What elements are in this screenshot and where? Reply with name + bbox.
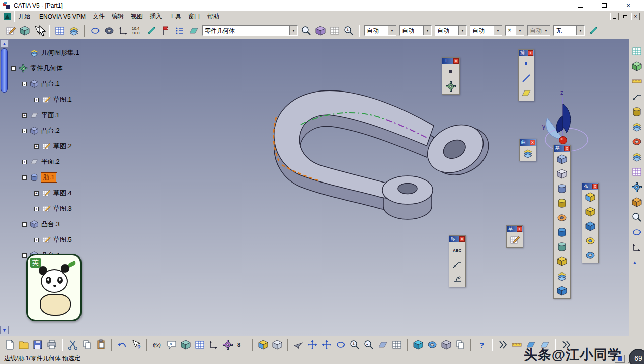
copy-icon[interactable] — [80, 338, 94, 351]
tree-item-零件几何体[interactable]: -零件几何体 — [11, 63, 63, 74]
loft-icon[interactable] — [556, 270, 568, 282]
pencil-tool-icon[interactable] — [587, 24, 600, 37]
tree-scrollbar[interactable]: ▲ ▼ — [0, 39, 9, 336]
formula-icon[interactable]: f(x) — [151, 338, 164, 351]
remove-icon[interactable] — [584, 220, 596, 232]
linked-cubes-icon[interactable] — [314, 24, 327, 37]
toolbar-boolean-titlebar[interactable]: 布x — [582, 183, 598, 190]
normal-view-icon[interactable] — [376, 338, 389, 351]
close-icon[interactable]: x — [528, 50, 533, 56]
measure-item-icon[interactable] — [631, 90, 643, 103]
catalog-icon[interactable] — [179, 338, 192, 351]
expand-icon[interactable]: + — [34, 191, 39, 196]
tree-item-平面.2[interactable]: +平面.2 — [22, 156, 60, 167]
toolbar-snap-titlebar[interactable]: 捕x — [519, 50, 534, 56]
axis-triad-icon[interactable] — [631, 241, 643, 253]
chevron-down-icon[interactable]: ▼ — [423, 26, 431, 35]
expand-icon[interactable]: + — [34, 98, 39, 102]
assemble-icon[interactable] — [584, 191, 596, 203]
auto-combo-3[interactable]: 自动▼ — [435, 25, 467, 36]
chevron-down-icon[interactable]: ▼ — [542, 26, 550, 35]
macro-icon[interactable]: 8 — [235, 338, 249, 351]
multi-view-icon[interactable] — [390, 338, 404, 351]
select-zoom-icon[interactable]: + — [342, 24, 355, 37]
plane-icon[interactable] — [520, 87, 532, 99]
scan-icon[interactable] — [631, 211, 643, 223]
layers-icon[interactable] — [522, 147, 534, 159]
paint-icon[interactable] — [631, 121, 643, 133]
close-icon[interactable]: x — [564, 146, 570, 151]
groove-icon[interactable] — [556, 197, 568, 209]
intersect-icon[interactable] — [584, 235, 596, 247]
menu-item-窗口[interactable]: 窗口 — [185, 11, 204, 22]
tree-item-草图.3[interactable]: +草图.3 — [34, 203, 72, 214]
remove-loft-icon[interactable] — [556, 285, 568, 297]
cut-icon[interactable] — [66, 338, 79, 351]
histogram-icon[interactable] — [67, 24, 80, 37]
expand-icon[interactable]: + — [34, 238, 39, 242]
menu-item-编辑[interactable]: 编辑 — [108, 11, 127, 22]
none-combo[interactable]: 无▼ — [553, 25, 585, 36]
pocket-icon[interactable] — [556, 168, 568, 180]
open-folder-icon[interactable] — [17, 338, 30, 351]
close-icon[interactable]: x — [453, 58, 459, 64]
collapse-icon[interactable]: - — [22, 253, 27, 258]
zoom-area-icon[interactable] — [300, 24, 313, 37]
toolbar-sketch-titlebar[interactable]: 草x — [507, 226, 523, 232]
line-icon[interactable] — [520, 72, 532, 84]
fly-mode-icon[interactable] — [292, 338, 305, 351]
axis-system-icon[interactable] — [117, 24, 130, 37]
fit-all-icon[interactable] — [306, 338, 319, 351]
toolbar-annot[interactable]: 标xABC — [449, 235, 466, 287]
close-button[interactable]: × — [624, 2, 632, 9]
undo-icon[interactable] — [116, 338, 129, 351]
collapse-icon[interactable]: - — [22, 222, 27, 227]
pad-icon[interactable] — [556, 153, 568, 165]
wireframe-view-icon[interactable] — [631, 45, 643, 57]
collapse-icon[interactable]: - — [22, 129, 27, 133]
scroll-up-icon[interactable]: ▲ — [0, 39, 9, 48]
slot-icon[interactable] — [556, 241, 568, 253]
sketch-icon[interactable] — [509, 234, 521, 246]
menu-item-插入[interactable]: 插入 — [146, 11, 166, 22]
text-abc-icon[interactable]: ABC — [451, 244, 463, 256]
helix-icon[interactable] — [631, 226, 643, 238]
render-style-icon[interactable] — [412, 338, 425, 351]
measure-between-icon[interactable] — [631, 75, 643, 87]
mass-properties-icon[interactable] — [631, 106, 643, 118]
list-icon[interactable] — [173, 24, 186, 37]
wireframe-cube-icon[interactable] — [271, 338, 284, 351]
chevron-down-icon[interactable]: ▼ — [458, 26, 466, 35]
auto-combo-small[interactable]: 自动▼ — [527, 25, 550, 36]
tree-item-凸台.2[interactable]: -凸台.2 — [22, 125, 60, 136]
align-icon[interactable] — [496, 338, 509, 351]
expand-icon[interactable]: + — [22, 160, 27, 164]
table-icon[interactable] — [193, 338, 206, 351]
point-icon[interactable] — [520, 58, 532, 70]
toolbar-tools[interactable]: 工x — [442, 57, 460, 95]
zoom-out-icon[interactable]: - — [362, 338, 375, 351]
sketcher-icon[interactable] — [4, 24, 17, 37]
add-icon[interactable] — [584, 206, 596, 218]
menu-item-视图[interactable]: 视图 — [127, 11, 146, 22]
expand-icon[interactable]: + — [34, 144, 39, 149]
close-icon[interactable]: x — [530, 140, 535, 145]
iso-view-icon[interactable] — [631, 60, 643, 72]
hole-icon[interactable] — [556, 212, 568, 224]
toolbar-tools-titlebar[interactable]: 工x — [442, 58, 459, 64]
toolbar-features-titlebar[interactable]: 基x — [554, 145, 570, 152]
toolbar-surface[interactable]: 曲x — [519, 139, 536, 161]
toolbar-annot-titlebar[interactable]: 标x — [449, 236, 465, 242]
save-icon[interactable] — [31, 338, 44, 351]
chevron-down-icon[interactable]: ▼ — [388, 26, 396, 35]
visible-space-icon[interactable] — [440, 338, 453, 351]
toolbar-surface-titlebar[interactable]: 曲x — [520, 139, 536, 146]
tree-item-草图.1[interactable]: +草图.1 — [34, 94, 72, 105]
print-icon[interactable] — [45, 338, 58, 351]
expand-icon[interactable]: + — [34, 207, 39, 211]
body-selector-combo[interactable]: 零件几何体▼ — [202, 25, 298, 36]
close-icon[interactable]: x — [592, 184, 598, 189]
menu-item-文件[interactable]: 文件 — [89, 11, 108, 22]
surface-layers-icon[interactable] — [631, 151, 643, 163]
minimize-button[interactable] — [576, 2, 584, 9]
